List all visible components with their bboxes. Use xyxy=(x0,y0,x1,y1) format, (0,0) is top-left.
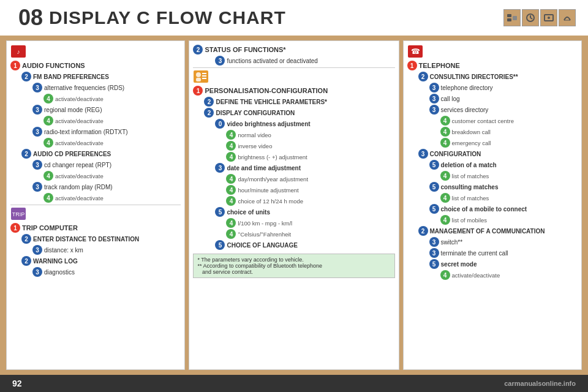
units-row: 5 choice of units xyxy=(193,207,394,217)
normal-video-row: 4 normal video xyxy=(193,130,394,140)
badge-video-0: 0 xyxy=(215,119,225,129)
audio-icon-row: ♪ xyxy=(10,45,181,59)
lkm-label: l/100 km - mpg - km/l xyxy=(238,220,292,227)
audio-functions-row: 1 AUDIO FUNCTIONS xyxy=(10,61,181,70)
diagnostics-row: 3 diagnostics xyxy=(10,267,181,277)
badge-cons-match-4: 4 xyxy=(440,193,450,203)
config-title: CONFIGURATION xyxy=(430,151,481,157)
track-random-row: 3 track random play (RDM) xyxy=(10,182,181,192)
mid-column: 2 STATUS OF FUNCTIONS* 3 functions activ… xyxy=(189,40,399,370)
badge-person-2b: 2 xyxy=(204,108,214,118)
badge-3c: 3 xyxy=(32,127,42,137)
activate-label-3: activate/deactivate xyxy=(55,140,104,146)
svg-rect-1 xyxy=(507,18,511,21)
status-row: 2 STATUS OF FUNCTIONS* xyxy=(193,45,394,55)
badge-date-4b: 4 xyxy=(226,185,236,195)
telephone-row: 1 TELEPHONE xyxy=(407,61,578,70)
activate-deactivate-row: 4 activate/deactivate xyxy=(407,270,578,280)
audio-cd-title: AUDIO CD PREFERENCES xyxy=(33,151,111,157)
switch-label: switch** xyxy=(441,239,463,246)
video-bright-label: video brightness adjustment xyxy=(227,121,310,127)
icon-box-3 xyxy=(540,9,557,26)
personalisation-row: 1 PERSONALISATION-CONFIGURATION xyxy=(193,86,394,96)
display-config-label: DISPLAY CONFIGURATION xyxy=(216,110,295,116)
badge-del-4a: 4 xyxy=(440,171,450,181)
breakdown-label: breakdown call xyxy=(452,129,491,135)
left-column: ♪ 1 AUDIO FUNCTIONS 2 FM BAND PREFERENCE… xyxy=(6,40,185,370)
list-matches-2-row: 4 list of matches xyxy=(407,193,578,203)
terminate-row: 3 terminate the current call xyxy=(407,248,578,258)
svg-point-7 xyxy=(548,17,550,19)
badge-person-1: 1 xyxy=(193,86,203,96)
customer-contact-label: customer contact centre xyxy=(452,118,514,124)
badge-secret-5: 5 xyxy=(429,259,439,269)
consulting-dir-title: CONSULTING DIRECTORIES** xyxy=(430,74,518,80)
trip-computer-row: 1 TRIP COMPUTER xyxy=(10,223,181,233)
brightness-label: brightness (- +) adjustment xyxy=(238,154,307,160)
tel-dir-label: telephone directory xyxy=(441,85,493,91)
badge-4e: 4 xyxy=(43,193,53,203)
badge-trip-3: 3 xyxy=(32,245,42,255)
badge-date-4a: 4 xyxy=(226,174,236,184)
celsius-label: °Celsius/°Fahrenheit xyxy=(238,231,291,238)
right-column: ☎ 1 TELEPHONE 2 CONSULTING DIRECTORIES**… xyxy=(403,40,582,370)
icon-box-1 xyxy=(503,9,521,26)
badge-secret-4: 4 xyxy=(440,270,450,280)
badge-cons-4a: 4 xyxy=(440,116,450,126)
svg-text:♪: ♪ xyxy=(17,48,20,55)
activate-row-1: 4 activate/deactivate xyxy=(10,94,181,104)
note-line-1: * The parameters vary according to vehic… xyxy=(197,257,390,263)
badge-mobile-4: 4 xyxy=(440,215,450,225)
badge-units-4b: 4 xyxy=(226,229,236,239)
page-number: 92 xyxy=(12,379,22,388)
trip-computer-title: TRIP COMPUTER xyxy=(22,224,78,232)
day-month-row: 4 day/month/year adjustment xyxy=(193,174,394,184)
fm-band-label: FM BAND PREFERENCES xyxy=(33,74,109,80)
status-title: STATUS OF FUNCTIONS* xyxy=(205,46,285,53)
alt-freq-label: alternative frequencies (RDS) xyxy=(44,85,124,91)
badge-cons-4c: 4 xyxy=(440,138,450,148)
activate-row-4: 4 activate/deactivate xyxy=(10,171,181,181)
secret-label: secret mode xyxy=(441,261,477,268)
icon-box-4 xyxy=(559,9,576,26)
h1224-row: 4 choice of 12 h/24 h mode xyxy=(193,196,394,206)
badge-2b: 2 xyxy=(21,149,31,159)
list-matches-1-row: 4 list of matches xyxy=(407,171,578,181)
config-row: 3 CONFIGURATION xyxy=(407,149,578,159)
badge-3e: 3 xyxy=(32,182,42,192)
services-dir-row: 3 services directory xyxy=(407,105,578,115)
audio-icon: ♪ xyxy=(10,45,26,58)
header-icons xyxy=(503,9,576,26)
rdtxt-label: radio-text information (RDTXT) xyxy=(44,129,128,135)
choice-mobile-row: 5 choice of a mobile to connect xyxy=(407,204,578,214)
breakdown-row: 4 breakdown call xyxy=(407,127,578,137)
badge-warn-3: 3 xyxy=(32,267,42,277)
services-dir-label: services directory xyxy=(441,107,489,113)
switch-row: 3 switch** xyxy=(407,237,578,247)
badge-cons-3b: 3 xyxy=(429,94,439,104)
icon-box-2 xyxy=(522,9,539,26)
note-box: * The parameters vary according to vehic… xyxy=(193,254,394,278)
choice-mobile-label: choice of a mobile to connect xyxy=(441,206,527,213)
warning-log-row: 2 WARNING LOG xyxy=(10,256,181,266)
customer-contact-row: 4 customer contact centre xyxy=(407,116,578,126)
consulting-dir-row: 2 CONSULTING DIRECTORIES** xyxy=(407,72,578,81)
badge-trip-2: 2 xyxy=(21,234,31,244)
distance-label: distance: x km xyxy=(44,247,83,254)
personalisation-title: PERSONALISATION-CONFIGURATION xyxy=(205,87,328,94)
day-month-label: day/month/year adjustment xyxy=(238,176,308,183)
date-time-label: date and time adjustment xyxy=(227,165,301,172)
badge-cons-4b: 4 xyxy=(440,127,450,137)
activate-label-2: activate/deactivate xyxy=(55,118,104,124)
badge-4c: 4 xyxy=(43,138,53,148)
badge-del-5: 5 xyxy=(429,160,439,170)
badge-mgmt-3a: 3 xyxy=(429,237,439,247)
define-vehicle-label: DEFINE THE VEHICLE PARAMETERS* xyxy=(216,99,327,105)
emergency-label: emergency call xyxy=(452,140,491,146)
badge-vid-4a: 4 xyxy=(226,130,236,140)
activate-row-2: 4 activate/deactivate xyxy=(10,116,181,126)
badge-warn-2: 2 xyxy=(21,256,31,266)
badge-units-5: 5 xyxy=(215,207,225,217)
badge-trip-1: 1 xyxy=(10,223,20,233)
brightness-row: 4 brightness (- +) adjustment xyxy=(193,152,394,162)
